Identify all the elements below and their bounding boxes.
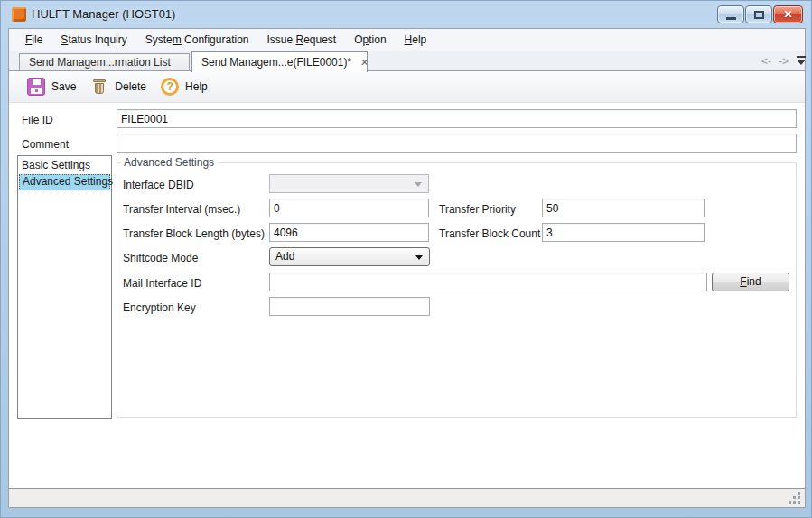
toolbar: Save Delete ? Help (9, 71, 805, 103)
menubar: File Status Inquiry System Configuration… (9, 29, 805, 51)
menu-help[interactable]: Help (396, 31, 436, 49)
tab-nav-back-icon[interactable]: <- (761, 55, 771, 68)
delete-button[interactable]: Delete (83, 74, 154, 99)
sidebar-item-basic-settings[interactable]: Basic Settings (19, 158, 110, 174)
minimize-button[interactable] (717, 5, 744, 23)
transfer-block-length-label: Transfer Block Length (bytes) (123, 227, 265, 240)
maximize-button[interactable] (745, 5, 772, 23)
menu-system-configuration[interactable]: System Configuration (136, 31, 258, 49)
transfer-block-count-label: Transfer Block Count (439, 227, 540, 240)
advanced-settings-groupbox: Interface DBID Transfer Interval (msec.)… (117, 162, 797, 418)
shiftcode-mode-label: Shiftcode Mode (123, 252, 198, 264)
interface-dbid-combo (269, 174, 429, 193)
menu-option[interactable]: Option (345, 31, 395, 49)
transfer-block-count-input[interactable] (542, 223, 705, 242)
find-button[interactable]: Find (712, 273, 789, 291)
close-icon: ✕ (774, 8, 802, 21)
file-id-label: File ID (22, 114, 53, 126)
file-id-input[interactable] (117, 109, 797, 128)
encryption-key-label: Encryption Key (123, 301, 196, 314)
tab-nav-forward-icon[interactable]: -> (779, 55, 789, 68)
transfer-interval-input[interactable] (269, 199, 429, 217)
comment-label: Comment (22, 138, 69, 151)
window-title: HULFT Manager (HOST01) (32, 7, 175, 21)
tab-send-management-information-list[interactable]: Send Managem...rmation List (19, 53, 190, 71)
close-button[interactable]: ✕ (773, 5, 803, 23)
shiftcode-mode-combo[interactable]: Add (269, 247, 430, 266)
transfer-interval-label: Transfer Interval (msec.) (123, 203, 240, 216)
tab-send-management-file0001[interactable]: Send Managem...e(FILE0001)* ✕ (191, 51, 368, 72)
minimize-icon (726, 17, 736, 20)
interface-dbid-label: Interface DBID (123, 179, 194, 191)
statusbar (9, 488, 805, 507)
menu-issue-request[interactable]: Issue Request (257, 31, 345, 49)
client-area: File Status Inquiry System Configuration… (8, 28, 806, 508)
mail-interface-id-input[interactable] (269, 273, 707, 291)
titlebar[interactable]: HULFT Manager (HOST01) ✕ (1, 1, 812, 28)
resize-grip[interactable] (798, 501, 800, 504)
maximize-icon (754, 11, 764, 19)
hulft-app-icon (12, 7, 26, 22)
comment-input[interactable] (117, 134, 797, 153)
transfer-priority-input[interactable] (542, 199, 705, 217)
help-button[interactable]: ? Help (154, 74, 215, 99)
tabstrip: Send Managem...rmation List Send Managem… (9, 51, 805, 71)
sidebar-item-advanced-settings[interactable]: Advanced Settings (19, 174, 110, 190)
chevron-down-icon (415, 255, 423, 260)
tab-list-dropdown-icon[interactable] (796, 56, 807, 67)
transfer-priority-label: Transfer Priority (439, 203, 516, 216)
hulft-manager-window: HULFT Manager (HOST01) ✕ File Status Inq… (0, 0, 812, 518)
encryption-key-input[interactable] (269, 297, 430, 316)
save-floppy-icon (27, 78, 45, 96)
delete-trash-icon (90, 78, 108, 96)
groupbox-title: Advanced Settings (120, 156, 218, 169)
transfer-block-length-input[interactable] (269, 223, 429, 242)
settings-listbox: Basic Settings Advanced Settings (17, 155, 112, 419)
content-area: File ID Comment Basic Settings Advanced … (10, 104, 804, 489)
save-button[interactable]: Save (20, 74, 83, 99)
mail-interface-id-label: Mail Interface ID (123, 277, 201, 290)
help-question-icon: ? (161, 78, 179, 96)
chevron-down-icon (415, 182, 422, 187)
tab-close-icon[interactable]: ✕ (360, 57, 368, 69)
menu-file[interactable]: File (16, 31, 51, 49)
menu-status-inquiry[interactable]: Status Inquiry (51, 31, 135, 49)
